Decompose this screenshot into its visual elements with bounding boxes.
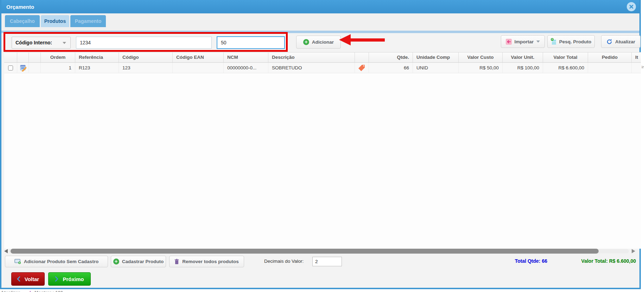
red-arrow-tail bbox=[350, 38, 385, 42]
scrollbar-thumb[interactable] bbox=[11, 249, 599, 254]
search-product-button[interactable]: + Pesq. Produto bbox=[547, 35, 595, 48]
column-header[interactable]: Código bbox=[119, 52, 173, 62]
table-cell: UNID bbox=[413, 63, 459, 73]
background-divider: | bbox=[30, 290, 31, 292]
tab-cabecalho[interactable]: Cabeçalho bbox=[5, 15, 40, 27]
remove-all-products-button[interactable]: Remover todos produtos bbox=[169, 256, 244, 267]
column-header[interactable]: Pedido bbox=[588, 52, 632, 62]
trash-icon bbox=[174, 259, 179, 265]
column-header[interactable]: Referência bbox=[75, 52, 119, 62]
tab-pagamento[interactable]: Pagamento bbox=[70, 15, 106, 27]
table-cell bbox=[632, 63, 641, 73]
register-product-button[interactable]: + Cadastrar Produto bbox=[111, 256, 166, 267]
plus-icon: + bbox=[303, 39, 309, 45]
search-product-icon: + bbox=[551, 39, 556, 44]
import-button[interactable]: Importar bbox=[501, 35, 545, 48]
column-header[interactable]: Ordem bbox=[41, 52, 75, 62]
column-header[interactable] bbox=[29, 52, 41, 62]
background-page-right-fragment: in bbox=[642, 65, 644, 79]
red-arrow-head-icon bbox=[339, 34, 351, 45]
table-row[interactable]: 1R12312300000000-0...SOBRETUDO66UNIDR$ 5… bbox=[4, 63, 641, 73]
add-product-without-registration-button[interactable]: Adicionar Produto Sem Cadastro bbox=[5, 256, 108, 267]
search-type-label: Código Interno: bbox=[15, 40, 52, 45]
add-product-button[interactable]: + Adicionar bbox=[296, 36, 341, 49]
modal-titlebar: Orçamento bbox=[1, 0, 639, 13]
column-header[interactable]: Valor Custo bbox=[459, 52, 503, 62]
background-text: Atualizar bbox=[1, 290, 20, 292]
column-header[interactable] bbox=[17, 52, 29, 62]
modal-title: Orçamento bbox=[6, 4, 34, 10]
background-text: Mostrar : 100 bbox=[34, 290, 63, 292]
close-icon[interactable] bbox=[627, 2, 636, 11]
quantity-input[interactable] bbox=[217, 36, 285, 49]
red-arrow-annotation bbox=[339, 34, 385, 46]
grid-header-row: OrdemReferênciaCódigoCódigo EANNCMDescri… bbox=[4, 52, 641, 63]
plus-icon: + bbox=[113, 259, 119, 265]
decimals-input[interactable] bbox=[312, 257, 342, 266]
row-checkbox[interactable] bbox=[8, 66, 13, 70]
tab-produtos[interactable]: Produtos bbox=[41, 15, 69, 27]
table-cell: R123 bbox=[75, 63, 119, 73]
column-header[interactable]: Código EAN bbox=[173, 52, 224, 62]
tab-bar: Cabeçalho Produtos Pagamento bbox=[1, 13, 639, 31]
product-entry-row: Código Interno: + Adicionar Importar bbox=[1, 33, 639, 52]
table-cell: 123 bbox=[119, 63, 173, 73]
refresh-icon bbox=[606, 39, 612, 45]
table-cell: 1 bbox=[41, 63, 75, 73]
table-cell bbox=[17, 63, 29, 73]
table-cell bbox=[588, 63, 632, 73]
horizontal-scrollbar[interactable] bbox=[4, 249, 638, 254]
screen: Orçamento Cabeçalho Produtos Pagamento C… bbox=[0, 0, 644, 292]
column-header[interactable]: It bbox=[632, 52, 641, 62]
table-cell: R$ 50,00 bbox=[459, 63, 503, 73]
total-value: Valor Total: R$ 6.600,00 bbox=[581, 258, 636, 264]
products-grid: OrdemReferênciaCódigoCódigo EANNCMDescri… bbox=[4, 52, 641, 249]
table-cell: SOBRETUDO bbox=[268, 63, 355, 73]
column-header[interactable]: Valor Unit. bbox=[503, 52, 543, 62]
column-header[interactable]: Unidade Comp bbox=[413, 52, 459, 62]
scroll-right-icon[interactable] bbox=[632, 249, 635, 253]
table-cell bbox=[4, 63, 17, 73]
refresh-button[interactable]: Atualizar bbox=[601, 35, 640, 48]
column-header[interactable]: Qtde. bbox=[369, 52, 413, 62]
card-plus-icon bbox=[14, 259, 21, 264]
edit-row-icon[interactable] bbox=[19, 64, 26, 72]
total-qty: Total Qtde: 66 bbox=[515, 258, 547, 264]
chevron-left-icon bbox=[17, 276, 20, 282]
table-cell bbox=[29, 63, 41, 73]
grid-body: 1R12312300000000-0...SOBRETUDO66UNIDR$ 5… bbox=[4, 63, 641, 73]
background-page-fragment: Atualizar | Mostrar : 100 bbox=[0, 290, 141, 292]
tab-bottom-band bbox=[1, 31, 639, 33]
table-cell: R$ 6.600,00 bbox=[543, 63, 588, 73]
column-header[interactable] bbox=[4, 52, 17, 62]
table-cell: R$ 100,00 bbox=[503, 63, 543, 73]
nav-bar: Voltar Próximo bbox=[1, 272, 639, 287]
column-header[interactable]: NCM bbox=[224, 52, 268, 62]
orcamento-modal: Orçamento Cabeçalho Produtos Pagamento C… bbox=[0, 0, 641, 289]
product-code-input[interactable] bbox=[76, 37, 212, 49]
next-button[interactable]: Próximo bbox=[48, 272, 91, 286]
table-cell bbox=[173, 63, 224, 73]
decimals-label: Decimais do Valor: bbox=[264, 259, 304, 264]
import-icon bbox=[506, 39, 512, 45]
scroll-left-icon[interactable] bbox=[4, 249, 8, 253]
chevron-right-icon bbox=[55, 276, 58, 282]
table-cell: 00000000-0... bbox=[224, 63, 268, 73]
table-cell bbox=[355, 63, 369, 73]
chevron-down-icon bbox=[63, 42, 66, 44]
back-button[interactable]: Voltar bbox=[11, 272, 45, 286]
chevron-down-icon bbox=[536, 41, 540, 43]
table-cell: 66 bbox=[369, 63, 413, 73]
column-header[interactable]: Descrição bbox=[268, 52, 355, 62]
footer-bar: Adicionar Produto Sem Cadastro + Cadastr… bbox=[1, 256, 639, 270]
search-type-select[interactable]: Código Interno: bbox=[12, 37, 71, 49]
tag-icon bbox=[358, 64, 366, 72]
column-header[interactable]: Valor Total bbox=[543, 52, 588, 62]
column-header[interactable] bbox=[355, 52, 369, 62]
